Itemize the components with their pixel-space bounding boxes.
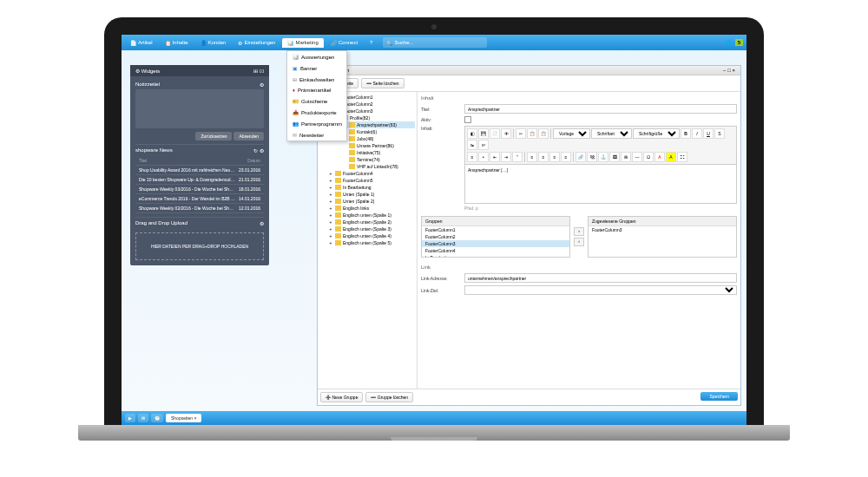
ed-ul-icon[interactable]: • xyxy=(478,152,489,162)
ed-ol-icon[interactable]: ≡ xyxy=(467,152,477,162)
maximize-icon[interactable]: □ xyxy=(727,68,731,73)
nav-einstellungen[interactable]: ⚙ Einstellungen xyxy=(233,38,280,48)
tree-item[interactable]: Unsere Partner(86) xyxy=(319,142,415,149)
notepad-area[interactable] xyxy=(135,89,264,128)
bb-tab-shopseiten[interactable]: Shopseiten × xyxy=(166,414,201,422)
assigned-item[interactable]: FooterColumn3 xyxy=(589,226,736,233)
ed-strike-icon[interactable]: S xyxy=(714,128,725,139)
news-item[interactable]: Shopware Weekly 03/2016 - Die Woche bei … xyxy=(135,185,264,194)
ed-char-icon[interactable]: Ω xyxy=(643,152,654,162)
tree-item[interactable]: +Unten (Spalte 1) xyxy=(319,191,415,198)
dd-partnerprogramm[interactable]: 👥Partnerprogramm xyxy=(287,118,346,129)
tree-item[interactable]: +In Bearbeitung xyxy=(319,184,415,191)
news-refresh-icon[interactable]: ↻ ⚙ xyxy=(253,147,264,154)
tree-item[interactable]: +Englisch unten (Spalte 1) xyxy=(319,212,415,219)
ed-font-select[interactable]: Schriftart xyxy=(591,128,632,139)
widgets-collapse-icon[interactable]: ⊞ ⊡ xyxy=(253,68,264,74)
ed-italic-icon[interactable]: I xyxy=(692,128,702,139)
search-input[interactable]: 🔍 Suche... xyxy=(383,37,487,48)
tree-item[interactable]: +Englisch unten (Spalte 2) xyxy=(319,219,415,225)
ed-unlink-icon[interactable]: ⛓ xyxy=(587,152,597,162)
news-item[interactable]: Shopware Weekly 02/2016 - Die Woche bei … xyxy=(135,204,264,213)
link-address-input[interactable] xyxy=(464,273,737,283)
dd-banner[interactable]: ▣Banner xyxy=(287,62,346,74)
ed-max-icon[interactable]: ⛶ xyxy=(677,152,687,162)
news-item[interactable]: Die 10 besten Shopware Up- & Downgrademo… xyxy=(135,175,264,185)
nav-kunden[interactable]: 👤 Kunden xyxy=(195,38,232,48)
tree-item[interactable]: VHP auf LinkedIn(78) xyxy=(319,163,415,170)
group-item[interactable]: FooterColumn3 xyxy=(422,240,569,247)
nav-hilfe[interactable]: ? xyxy=(365,38,378,47)
title-input[interactable] xyxy=(464,104,737,114)
ed-outdent-icon[interactable]: ⇤ xyxy=(490,152,500,162)
ed-anchor-icon[interactable]: ⚓ xyxy=(598,152,608,162)
ed-paste-icon[interactable]: 📋 xyxy=(538,128,549,139)
link-target-select[interactable] xyxy=(464,285,737,295)
group-item[interactable]: FooterColumn4 xyxy=(422,247,569,254)
bb-play-icon[interactable]: ▶ xyxy=(125,414,135,422)
dd-einkaufswelten[interactable]: ⊞Einkaufswelten xyxy=(287,74,346,85)
ed-justify-icon[interactable]: ≡ xyxy=(561,152,571,162)
reset-button[interactable]: Zurücksetzen xyxy=(195,132,232,140)
ed-image-icon[interactable]: 🖼 xyxy=(609,152,620,162)
ed-table-icon[interactable]: ⊞ xyxy=(621,152,631,162)
close-icon[interactable]: × xyxy=(732,68,735,73)
delete-page-button[interactable]: ➖ Seite löschen xyxy=(361,78,404,88)
ed-cut-icon[interactable]: ✂ xyxy=(516,128,526,139)
dd-gutscheine[interactable]: 🎫Gutscheine xyxy=(287,95,346,107)
globe-icon[interactable]: 🌐 xyxy=(726,40,732,46)
new-group-button[interactable]: ➕ Neue Gruppe xyxy=(320,392,363,402)
active-checkbox[interactable] xyxy=(464,116,471,123)
ed-bgcolor-icon[interactable]: A xyxy=(666,152,676,162)
upload-gear-icon[interactable]: ⚙ xyxy=(260,220,264,226)
ed-color-icon[interactable]: A xyxy=(654,152,665,162)
tree-item[interactable]: +Englisch links xyxy=(319,205,415,212)
news-item[interactable]: Shop Usability Award 2016 mit zahlreiche… xyxy=(135,166,264,175)
delete-group-button[interactable]: ➖ Gruppe löschen xyxy=(365,392,413,402)
ed-link-icon[interactable]: 🔗 xyxy=(575,152,586,162)
ed-new-icon[interactable]: 📄 xyxy=(490,128,500,139)
tree-item[interactable]: +Englisch unten (Spalte 5) xyxy=(319,239,415,246)
ed-save-icon[interactable]: 💾 xyxy=(478,128,489,139)
ed-template-select[interactable]: Vorlage xyxy=(553,128,590,139)
tree-item[interactable]: +Englisch unten (Spalte 4) xyxy=(319,232,415,239)
nav-marketing[interactable]: 📊 Marketing xyxy=(282,38,323,48)
nav-artikel[interactable]: 📄 Artikel xyxy=(125,38,158,48)
ed-fontsize-select[interactable]: Schriftgröße xyxy=(633,128,680,139)
ed-sub-icon[interactable]: x₂ xyxy=(467,140,477,150)
group-item[interactable]: FooterColumn1 xyxy=(422,226,569,233)
tree-item[interactable]: +FooterColumn4 xyxy=(319,170,415,177)
editor-content[interactable]: Ansprechpartner […] xyxy=(464,165,737,204)
ed-right-icon[interactable]: ≡ xyxy=(549,152,560,162)
bb-clock-icon[interactable]: 🕐 xyxy=(151,414,163,422)
upload-dropzone[interactable]: HIER DATEIEN PER DRAG+DROP HOCHLADEN xyxy=(135,232,264,260)
ed-copy-icon[interactable]: 📋 xyxy=(527,128,537,139)
group-item[interactable]: FooterColumn2 xyxy=(422,233,569,240)
tree-item[interactable]: Initiative(75) xyxy=(319,149,415,156)
notepad-gear-icon[interactable]: ⚙ xyxy=(260,82,264,88)
dd-auswertungen[interactable]: 📊Auswertungen xyxy=(287,51,346,62)
tree-item[interactable]: +Englisch unten (Spalte 3) xyxy=(319,225,415,232)
move-right-button[interactable]: › xyxy=(574,227,584,236)
tree-item[interactable]: Termine(74) xyxy=(319,156,415,163)
save-button[interactable]: Speichern xyxy=(700,392,738,401)
bb-widgets-icon[interactable]: ⊞ xyxy=(138,414,148,422)
ed-center-icon[interactable]: ≡ xyxy=(538,152,549,162)
dd-praemienartikel[interactable]: ♦Prämienartikel xyxy=(287,85,346,95)
ed-sup-icon[interactable]: x² xyxy=(478,140,489,150)
ed-source-icon[interactable]: ◧ xyxy=(467,128,477,139)
minimize-icon[interactable]: − xyxy=(723,68,727,73)
ed-preview-icon[interactable]: 👁 xyxy=(501,128,511,139)
ed-left-icon[interactable]: ≡ xyxy=(527,152,537,162)
ed-indent-icon[interactable]: ⇥ xyxy=(501,152,511,162)
ed-quote-icon[interactable]: " xyxy=(512,152,523,162)
nav-inhalte[interactable]: 📋 Inhalte xyxy=(160,38,194,48)
dd-newsletter[interactable]: ✉Newsletter xyxy=(287,129,346,140)
news-item[interactable]: eCommerce Trends 2016 - Der Wandel im B2… xyxy=(135,194,264,204)
nav-connect[interactable]: 🔗 Connect xyxy=(326,38,363,48)
group-item[interactable]: In Bearbeitung xyxy=(422,254,569,257)
ed-bold-icon[interactable]: B xyxy=(681,128,691,139)
dd-produktexporte[interactable]: 📤Produktexporte xyxy=(287,107,346,118)
ed-hr-icon[interactable]: — xyxy=(632,152,642,162)
send-button[interactable]: Absenden xyxy=(233,132,264,140)
